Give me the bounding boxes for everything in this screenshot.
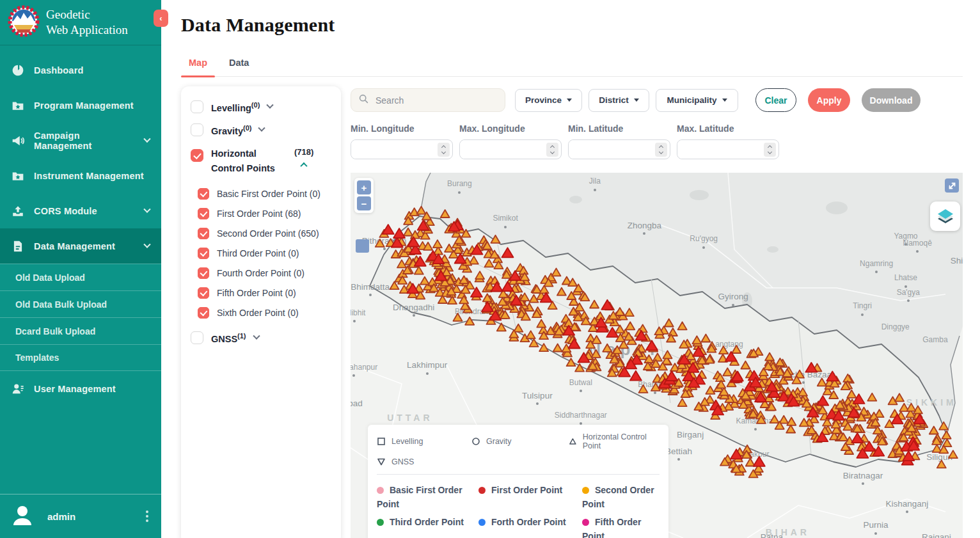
filter-fourth-order[interactable]: Fourth Order Point (0): [198, 263, 333, 283]
document-icon: [12, 240, 24, 253]
number-spinner[interactable]: [764, 143, 776, 157]
coordinate-filters: Min. Longitude Max. Longitude Min. Latit…: [351, 123, 779, 159]
zoom-in-button[interactable]: +: [357, 180, 371, 194]
province-dropdown[interactable]: Province: [515, 89, 582, 112]
username: admin: [47, 511, 75, 522]
legend-item-basic-first-order: Basic First Order Point: [377, 484, 478, 511]
tab-bar: Map Data: [181, 55, 963, 77]
filter-third-order[interactable]: Third Order Point (0): [198, 243, 333, 263]
sidebar-collapse-button[interactable]: ‹: [154, 10, 168, 27]
tab-map[interactable]: Map: [181, 55, 215, 76]
expand-icon: [948, 182, 956, 190]
legend-item-third-order: Third Order Point: [377, 516, 478, 538]
sidebar-item-program-management[interactable]: Program Management: [0, 88, 161, 123]
clear-button[interactable]: Clear: [755, 88, 796, 112]
filter-group-gravity[interactable]: Gravity(0): [189, 118, 333, 141]
square-icon: [377, 437, 386, 446]
legend-shape-levelling: Levelling: [377, 432, 471, 450]
legend-item-forth-order: Forth Order Point: [478, 516, 582, 538]
max-longitude-input[interactable]: [460, 140, 537, 159]
min-latitude-label: Min. Latitude: [568, 123, 670, 134]
filter-group-levelling[interactable]: Levelling(0): [189, 95, 333, 118]
main-content: Data Management Map Data Levelling(0) Gr…: [161, 0, 980, 538]
filter-sixth-order[interactable]: Sixth Order Point (0): [198, 303, 333, 322]
number-spinner[interactable]: [655, 143, 667, 157]
sidebar-subitem-old-data-bulk-upload[interactable]: Old Data Bulk Upload: [0, 290, 161, 317]
caret-down-icon: [634, 99, 639, 102]
sidebar-item-instrument-management[interactable]: Instrument Management: [0, 158, 161, 193]
min-longitude-field[interactable]: [351, 139, 453, 159]
legend-shape-gnss: GNSS: [377, 457, 471, 466]
max-latitude-field[interactable]: [677, 139, 779, 159]
max-latitude-label: Max. Latitude: [677, 123, 779, 134]
filter-basic-first-order[interactable]: Basic First Order Point (0): [198, 184, 333, 203]
chevron-down-icon[interactable]: [253, 333, 260, 340]
fullscreen-button[interactable]: [945, 178, 959, 193]
gravity-checkbox[interactable]: [191, 123, 203, 136]
number-spinner[interactable]: [546, 143, 558, 157]
legend-shape-horizontal-control-point: Horizontal Control Point: [569, 432, 660, 450]
chevron-down-icon[interactable]: [267, 102, 274, 109]
max-latitude-input[interactable]: [677, 140, 754, 159]
zoom-out-button[interactable]: −: [357, 196, 371, 210]
number-spinner[interactable]: [438, 143, 450, 157]
district-dropdown[interactable]: District: [589, 89, 649, 112]
map-canvas[interactable]: BurangJilaSimikotZhongbaRu'gyogYagmoNamo…: [351, 173, 963, 538]
sidebar-item-data-management[interactable]: Data Management: [0, 228, 161, 264]
download-button[interactable]: Download: [862, 88, 921, 112]
map-extent-button[interactable]: [356, 239, 369, 253]
sidebar: Geodetic Web Application Dashboard Progr…: [0, 0, 161, 538]
folder-star-icon: [12, 170, 24, 182]
basemap-layers-button[interactable]: [930, 202, 960, 231]
legend-item-first-order: First Order Point: [478, 484, 582, 511]
user-block: admin: [0, 494, 161, 538]
chevron-down-icon[interactable]: [258, 125, 265, 132]
app-logo-row: Geodetic Web Application: [0, 0, 161, 45]
chevron-down-icon: [144, 135, 151, 142]
sidebar-item-campaign-management[interactable]: Campaign Management: [0, 123, 161, 158]
sidebar-subitem-templates[interactable]: Templates: [0, 344, 161, 371]
map-zoom-control: + −: [354, 178, 374, 213]
levelling-checkbox[interactable]: [191, 100, 203, 113]
tab-data[interactable]: Data: [221, 55, 257, 76]
sidebar-nav: Dashboard Program Management Campaign Ma…: [0, 45, 161, 407]
filter-second-order[interactable]: Second Order Point (650): [198, 223, 333, 243]
filter-fifth-order[interactable]: Fifth Order Point (0): [198, 283, 333, 303]
min-longitude-label: Min. Longitude: [351, 123, 453, 134]
sidebar-subitem-dcard-bulk-upload[interactable]: Dcard Bulk Upload: [0, 317, 161, 344]
filter-group-horizontal-control-points[interactable]: Horizontal Control Points (718): [189, 141, 333, 181]
map-legend: Levelling Gravity Horizontal Control Poi…: [368, 425, 668, 538]
nepal-emblem-logo: [8, 5, 40, 40]
apply-button[interactable]: Apply: [808, 88, 850, 112]
hcp-children: Basic First Order Point (0) First Order …: [189, 181, 333, 326]
municipality-dropdown[interactable]: Municipality: [656, 89, 738, 112]
max-longitude-field[interactable]: [459, 139, 562, 159]
triangle-up-icon: [569, 437, 577, 446]
search-input[interactable]: [374, 95, 483, 106]
search-box[interactable]: [351, 88, 505, 112]
caret-down-icon: [567, 99, 572, 102]
sidebar-subitem-old-data-upload[interactable]: Old Data Upload: [0, 264, 161, 290]
min-latitude-field[interactable]: [568, 139, 670, 159]
search-icon: [359, 94, 368, 106]
folder-star-icon: [12, 99, 24, 112]
user-group-icon: [12, 383, 24, 395]
sidebar-item-user-management[interactable]: User Management: [0, 371, 161, 407]
filter-group-gnss[interactable]: GNSS(1): [189, 326, 333, 349]
hcp-checkbox[interactable]: [191, 149, 203, 162]
sidebar-item-cors-module[interactable]: CORS Module: [0, 193, 161, 228]
map-toolbar: Province District Municipality Clear App…: [351, 88, 921, 112]
min-longitude-input[interactable]: [351, 140, 428, 159]
gnss-checkbox[interactable]: [191, 331, 203, 344]
layers-icon: [935, 205, 956, 227]
page-title: Data Management: [181, 14, 335, 36]
min-latitude-input[interactable]: [569, 140, 645, 159]
upload-icon: [12, 205, 24, 218]
circle-icon: [471, 437, 480, 446]
app-title: Geodetic Web Application: [46, 7, 128, 38]
filter-first-order[interactable]: First Order Point (68): [198, 203, 333, 223]
chevron-up-icon[interactable]: [301, 162, 308, 170]
avatar: [10, 503, 35, 530]
sidebar-item-dashboard[interactable]: Dashboard: [0, 52, 161, 88]
user-menu-kebab-icon[interactable]: [143, 508, 151, 525]
